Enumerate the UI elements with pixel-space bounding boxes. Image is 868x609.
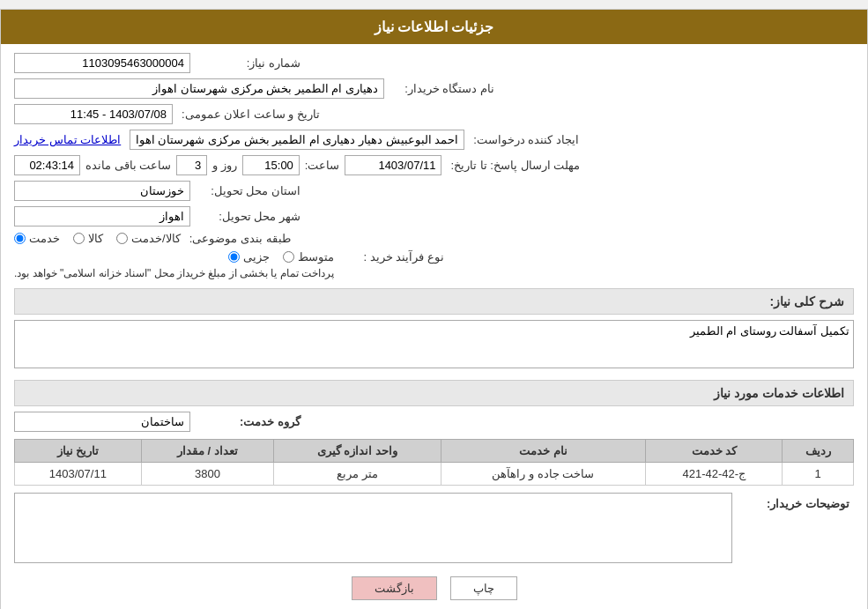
page-title: جزئیات اطلاعات نیاز — [1, 10, 867, 44]
radio-medium-item[interactable]: متوسط — [283, 250, 334, 264]
send-time-label: ساعت: — [305, 159, 340, 172]
back-button[interactable]: بازگشت — [352, 576, 437, 600]
radio-goods-service-item[interactable]: کالا/خدمت — [116, 232, 181, 245]
send-deadline-label: مهلت ارسال پاسخ: تا تاریخ: — [441, 159, 584, 172]
radio-medium-label: متوسط — [298, 250, 334, 264]
need-number-input[interactable] — [14, 53, 190, 73]
announce-label: تاریخ و ساعت اعلان عمومی: — [173, 108, 324, 121]
services-section-title: اطلاعات خدمات مورد نیاز — [14, 380, 854, 406]
table-cell-name: ساخت جاده و راهآهن — [441, 463, 646, 486]
col-header-date: تاریخ نیاز — [15, 440, 142, 463]
org-name-input[interactable] — [14, 78, 384, 99]
creator-label: ایجاد کننده درخواست: — [464, 133, 583, 146]
remaining-label: ساعت باقی مانده — [85, 159, 171, 172]
table-cell-unit: متر مربع — [274, 463, 441, 486]
radio-partial-item[interactable]: جزیی — [228, 250, 270, 264]
category-label: طبقه بندی موضوعی: — [181, 232, 295, 245]
table-cell-quantity: 3800 — [141, 463, 273, 486]
general-desc-textarea[interactable]: تکمیل آسفالت روستای ام الطمیر — [14, 320, 854, 368]
creator-input[interactable] — [130, 130, 464, 150]
radio-goods-service[interactable] — [116, 233, 128, 244]
col-header-row: ردیف — [783, 440, 854, 463]
radio-service[interactable] — [14, 233, 26, 244]
table-cell-row: 1 — [783, 463, 854, 486]
table-row: 1ج-42-42-421ساخت جاده و راهآهنمتر مربع38… — [15, 463, 854, 486]
org-name-label: نام دستگاه خریدار: — [384, 82, 499, 95]
service-group-label: گروه خدمت: — [190, 415, 305, 428]
days-label: روز و — [212, 159, 237, 172]
province-input[interactable] — [14, 181, 190, 201]
radio-goods-service-label: کالا/خدمت — [131, 232, 181, 245]
send-date-input[interactable] — [345, 155, 441, 175]
service-group-input[interactable] — [14, 412, 190, 432]
table-cell-code: ج-42-42-421 — [646, 463, 783, 486]
col-header-code: کد خدمت — [646, 440, 783, 463]
radio-service-item[interactable]: خدمت — [14, 232, 60, 245]
send-time-input[interactable] — [242, 155, 300, 175]
radio-service-label: خدمت — [29, 232, 60, 245]
radio-medium[interactable] — [283, 251, 294, 263]
radio-goods-item[interactable]: کالا — [73, 232, 103, 245]
radio-partial-label: جزیی — [243, 250, 270, 264]
city-input[interactable] — [14, 206, 190, 227]
col-header-unit: واحد اندازه گیری — [274, 440, 441, 463]
contact-link[interactable]: اطلاعات تماس خریدار — [14, 133, 121, 146]
days-input[interactable] — [176, 155, 207, 175]
radio-goods-label: کالا — [88, 232, 103, 245]
buyer-notes-textarea[interactable] — [14, 493, 732, 563]
need-number-label: شماره نیاز: — [190, 56, 305, 70]
purchase-type-label: نوع فرآیند خرید : — [334, 250, 449, 264]
col-header-name: نام خدمت — [441, 440, 646, 463]
radio-goods[interactable] — [73, 233, 85, 244]
province-label: استان محل تحویل: — [190, 184, 305, 197]
table-cell-date: 1403/07/11 — [15, 463, 142, 486]
remaining-time-input[interactable] — [14, 155, 80, 175]
buyer-notes-label: توضیحات خریدار: — [739, 497, 854, 510]
city-label: شهر محل تحویل: — [190, 210, 305, 223]
radio-partial[interactable] — [228, 251, 240, 263]
purchase-note: پرداخت تمام یا بخشی از مبلغ خریداز محل "… — [14, 267, 334, 279]
general-desc-section-title: شرح کلی نیاز: — [14, 288, 854, 315]
col-header-qty: تعداد / مقدار — [141, 440, 273, 463]
print-button[interactable]: چاپ — [450, 576, 517, 600]
announce-date-input[interactable] — [14, 104, 173, 124]
service-table: ردیف کد خدمت نام خدمت واحد اندازه گیری ت… — [14, 439, 854, 486]
